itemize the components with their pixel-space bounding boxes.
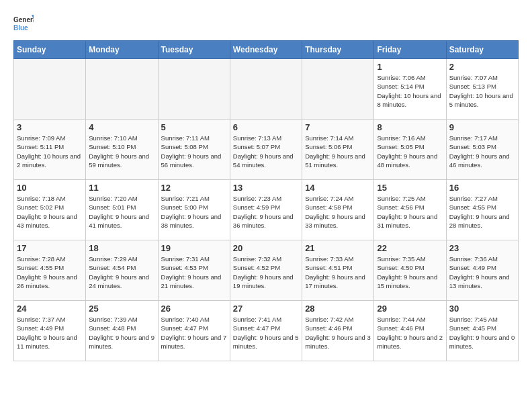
day-info: Sunrise: 7:35 AM Sunset: 4:50 PM Dayligh… [377, 255, 443, 290]
calendar-cell: 11Sunrise: 7:20 AM Sunset: 5:01 PM Dayli… [86, 180, 158, 240]
day-info: Sunrise: 7:33 AM Sunset: 4:51 PM Dayligh… [305, 255, 371, 290]
logo-svg: General Blue [13, 13, 34, 34]
weekday-row: SundayMondayTuesdayWednesdayThursdayFrid… [14, 41, 519, 59]
calendar-table: SundayMondayTuesdayWednesdayThursdayFrid… [13, 40, 519, 361]
calendar-cell: 27Sunrise: 7:41 AM Sunset: 4:47 PM Dayli… [230, 301, 302, 361]
calendar-cell: 10Sunrise: 7:18 AM Sunset: 5:02 PM Dayli… [14, 180, 86, 240]
day-number: 26 [161, 304, 227, 314]
calendar-cell: 9Sunrise: 7:17 AM Sunset: 5:03 PM Daylig… [446, 120, 518, 180]
day-info: Sunrise: 7:14 AM Sunset: 5:06 PM Dayligh… [305, 134, 371, 169]
svg-text:General: General [13, 16, 34, 24]
calendar-cell: 7Sunrise: 7:14 AM Sunset: 5:06 PM Daylig… [302, 120, 374, 180]
day-info: Sunrise: 7:06 AM Sunset: 5:14 PM Dayligh… [377, 73, 443, 109]
day-number: 7 [305, 122, 371, 132]
day-number: 9 [449, 122, 515, 132]
calendar-body: 1Sunrise: 7:06 AM Sunset: 5:14 PM Daylig… [14, 59, 519, 361]
day-number: 22 [377, 243, 443, 253]
calendar-cell: 17Sunrise: 7:28 AM Sunset: 4:55 PM Dayli… [14, 240, 86, 301]
weekday-sunday: Sunday [14, 41, 86, 59]
day-info: Sunrise: 7:18 AM Sunset: 5:02 PM Dayligh… [17, 194, 83, 230]
day-number: 29 [377, 304, 443, 314]
day-number: 15 [377, 183, 443, 193]
day-number: 8 [377, 122, 443, 132]
day-info: Sunrise: 7:11 AM Sunset: 5:08 PM Dayligh… [161, 134, 227, 169]
day-info: Sunrise: 7:41 AM Sunset: 4:47 PM Dayligh… [233, 315, 299, 351]
calendar-cell: 28Sunrise: 7:42 AM Sunset: 4:46 PM Dayli… [302, 301, 374, 361]
day-info: Sunrise: 7:24 AM Sunset: 4:58 PM Dayligh… [305, 194, 371, 230]
calendar-cell [302, 59, 374, 120]
day-number: 13 [233, 183, 299, 193]
day-info: Sunrise: 7:28 AM Sunset: 4:55 PM Dayligh… [17, 255, 83, 290]
header: General Blue [13, 13, 519, 34]
calendar-cell: 2Sunrise: 7:07 AM Sunset: 5:13 PM Daylig… [446, 59, 518, 120]
day-number: 12 [161, 183, 227, 193]
day-info: Sunrise: 7:07 AM Sunset: 5:13 PM Dayligh… [449, 73, 515, 109]
day-number: 6 [233, 122, 299, 132]
week-row-3: 10Sunrise: 7:18 AM Sunset: 5:02 PM Dayli… [14, 180, 519, 240]
calendar-cell: 19Sunrise: 7:31 AM Sunset: 4:53 PM Dayli… [158, 240, 230, 301]
calendar-cell: 18Sunrise: 7:29 AM Sunset: 4:54 PM Dayli… [86, 240, 158, 301]
weekday-saturday: Saturday [446, 41, 518, 59]
weekday-thursday: Thursday [302, 41, 374, 59]
calendar-cell: 14Sunrise: 7:24 AM Sunset: 4:58 PM Dayli… [302, 180, 374, 240]
calendar-cell: 30Sunrise: 7:45 AM Sunset: 4:45 PM Dayli… [446, 301, 518, 361]
calendar-cell: 6Sunrise: 7:13 AM Sunset: 5:07 PM Daylig… [230, 120, 302, 180]
calendar-cell: 26Sunrise: 7:40 AM Sunset: 4:47 PM Dayli… [158, 301, 230, 361]
calendar-cell: 13Sunrise: 7:23 AM Sunset: 4:59 PM Dayli… [230, 180, 302, 240]
calendar-cell: 4Sunrise: 7:10 AM Sunset: 5:10 PM Daylig… [86, 120, 158, 180]
calendar-cell: 22Sunrise: 7:35 AM Sunset: 4:50 PM Dayli… [374, 240, 446, 301]
day-info: Sunrise: 7:20 AM Sunset: 5:01 PM Dayligh… [89, 194, 154, 230]
weekday-tuesday: Tuesday [158, 41, 230, 59]
week-row-1: 1Sunrise: 7:06 AM Sunset: 5:14 PM Daylig… [14, 59, 519, 120]
calendar-cell [230, 59, 302, 120]
calendar-cell: 25Sunrise: 7:39 AM Sunset: 4:48 PM Dayli… [86, 301, 158, 361]
day-info: Sunrise: 7:09 AM Sunset: 5:11 PM Dayligh… [17, 134, 83, 169]
calendar-cell: 20Sunrise: 7:32 AM Sunset: 4:52 PM Dayli… [230, 240, 302, 301]
weekday-friday: Friday [374, 41, 446, 59]
calendar-cell: 3Sunrise: 7:09 AM Sunset: 5:11 PM Daylig… [14, 120, 86, 180]
day-info: Sunrise: 7:37 AM Sunset: 4:49 PM Dayligh… [17, 315, 83, 351]
day-number: 19 [161, 243, 227, 253]
day-info: Sunrise: 7:17 AM Sunset: 5:03 PM Dayligh… [449, 134, 515, 169]
week-row-5: 24Sunrise: 7:37 AM Sunset: 4:49 PM Dayli… [14, 301, 519, 361]
day-info: Sunrise: 7:29 AM Sunset: 4:54 PM Dayligh… [89, 255, 154, 290]
calendar-cell [86, 59, 158, 120]
day-number: 24 [17, 304, 83, 314]
day-number: 16 [449, 183, 515, 193]
calendar-cell: 1Sunrise: 7:06 AM Sunset: 5:14 PM Daylig… [374, 59, 446, 120]
day-number: 23 [449, 243, 515, 253]
day-info: Sunrise: 7:44 AM Sunset: 4:46 PM Dayligh… [377, 315, 443, 351]
calendar-header: SundayMondayTuesdayWednesdayThursdayFrid… [14, 41, 519, 59]
day-info: Sunrise: 7:21 AM Sunset: 5:00 PM Dayligh… [161, 194, 227, 230]
day-info: Sunrise: 7:23 AM Sunset: 4:59 PM Dayligh… [233, 194, 299, 230]
calendar-cell: 5Sunrise: 7:11 AM Sunset: 5:08 PM Daylig… [158, 120, 230, 180]
day-number: 21 [305, 243, 371, 253]
calendar-cell: 12Sunrise: 7:21 AM Sunset: 5:00 PM Dayli… [158, 180, 230, 240]
day-info: Sunrise: 7:45 AM Sunset: 4:45 PM Dayligh… [449, 315, 515, 351]
calendar-cell: 23Sunrise: 7:36 AM Sunset: 4:49 PM Dayli… [446, 240, 518, 301]
day-info: Sunrise: 7:13 AM Sunset: 5:07 PM Dayligh… [233, 134, 299, 169]
day-info: Sunrise: 7:25 AM Sunset: 4:56 PM Dayligh… [377, 194, 443, 230]
week-row-2: 3Sunrise: 7:09 AM Sunset: 5:11 PM Daylig… [14, 120, 519, 180]
day-number: 10 [17, 183, 83, 193]
calendar-cell [14, 59, 86, 120]
day-info: Sunrise: 7:42 AM Sunset: 4:46 PM Dayligh… [305, 315, 371, 351]
calendar-cell [158, 59, 230, 120]
day-number: 25 [89, 304, 154, 314]
day-info: Sunrise: 7:10 AM Sunset: 5:10 PM Dayligh… [89, 134, 154, 169]
day-number: 5 [161, 122, 227, 132]
calendar-cell: 16Sunrise: 7:27 AM Sunset: 4:55 PM Dayli… [446, 180, 518, 240]
day-number: 11 [89, 183, 154, 193]
day-info: Sunrise: 7:16 AM Sunset: 5:05 PM Dayligh… [377, 134, 443, 169]
day-number: 14 [305, 183, 371, 193]
calendar-cell: 21Sunrise: 7:33 AM Sunset: 4:51 PM Dayli… [302, 240, 374, 301]
day-number: 3 [17, 122, 83, 132]
day-number: 1 [377, 62, 443, 72]
calendar-cell: 24Sunrise: 7:37 AM Sunset: 4:49 PM Dayli… [14, 301, 86, 361]
calendar-cell: 8Sunrise: 7:16 AM Sunset: 5:05 PM Daylig… [374, 120, 446, 180]
day-number: 4 [89, 122, 154, 132]
day-info: Sunrise: 7:31 AM Sunset: 4:53 PM Dayligh… [161, 255, 227, 290]
calendar-cell: 29Sunrise: 7:44 AM Sunset: 4:46 PM Dayli… [374, 301, 446, 361]
day-info: Sunrise: 7:27 AM Sunset: 4:55 PM Dayligh… [449, 194, 515, 230]
day-info: Sunrise: 7:32 AM Sunset: 4:52 PM Dayligh… [233, 255, 299, 290]
